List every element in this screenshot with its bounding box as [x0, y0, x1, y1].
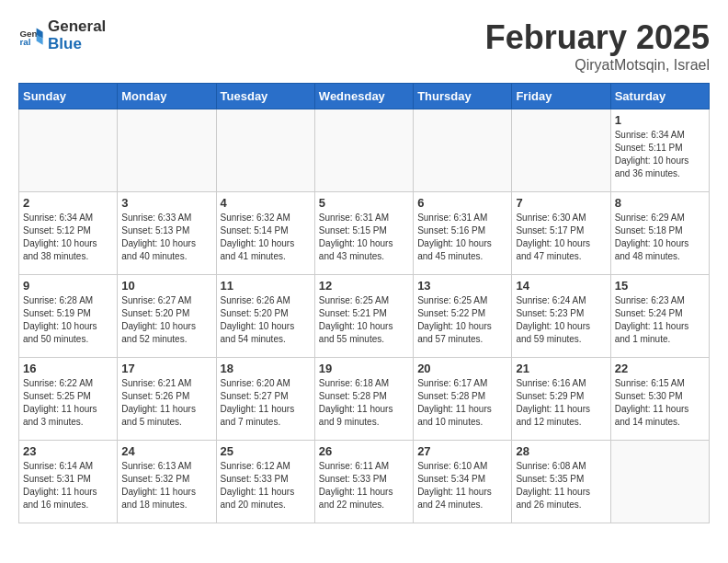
day-info: Sunrise: 6:23 AM Sunset: 5:24 PM Dayligh…	[615, 294, 705, 346]
day-number: 28	[516, 444, 606, 458]
calendar-cell	[610, 441, 709, 523]
calendar-cell: 12Sunrise: 6:25 AM Sunset: 5:21 PM Dayli…	[314, 275, 413, 358]
calendar-cell: 21Sunrise: 6:16 AM Sunset: 5:29 PM Dayli…	[512, 358, 610, 441]
logo-icon: Gene ral	[18, 23, 44, 49]
calendar-week-1: 2Sunrise: 6:34 AM Sunset: 5:12 PM Daylig…	[19, 192, 710, 275]
calendar-cell: 18Sunrise: 6:20 AM Sunset: 5:27 PM Dayli…	[216, 358, 314, 441]
day-info: Sunrise: 6:27 AM Sunset: 5:20 PM Dayligh…	[121, 294, 211, 346]
day-info: Sunrise: 6:25 AM Sunset: 5:21 PM Dayligh…	[319, 294, 409, 346]
header-saturday: Saturday	[610, 84, 709, 109]
day-number: 17	[121, 362, 211, 375]
calendar-cell: 27Sunrise: 6:10 AM Sunset: 5:34 PM Dayli…	[414, 441, 512, 523]
day-number: 5	[319, 196, 409, 210]
calendar-cell: 11Sunrise: 6:26 AM Sunset: 5:20 PM Dayli…	[216, 275, 314, 358]
day-number: 4	[221, 196, 311, 210]
day-number: 11	[221, 279, 311, 293]
logo-general: General	[48, 18, 106, 36]
day-number: 20	[417, 362, 507, 375]
calendar-cell	[216, 109, 314, 192]
day-info: Sunrise: 6:31 AM Sunset: 5:16 PM Dayligh…	[417, 212, 507, 263]
day-number: 18	[221, 362, 311, 375]
page-header: Gene ral General Blue February 2025 Qiry…	[18, 18, 710, 74]
day-info: Sunrise: 6:16 AM Sunset: 5:29 PM Dayligh…	[516, 377, 606, 429]
calendar-cell	[118, 109, 216, 192]
calendar-cell: 1Sunrise: 6:34 AM Sunset: 5:11 PM Daylig…	[610, 109, 709, 192]
logo: Gene ral General Blue	[18, 18, 106, 52]
calendar-cell	[414, 109, 512, 192]
calendar-cell	[314, 109, 413, 192]
calendar-cell: 19Sunrise: 6:18 AM Sunset: 5:28 PM Dayli…	[314, 358, 413, 441]
header-friday: Friday	[512, 84, 610, 109]
day-number: 26	[319, 444, 409, 458]
header-thursday: Thursday	[414, 84, 512, 109]
logo-blue: Blue	[48, 36, 106, 53]
calendar-week-0: 1Sunrise: 6:34 AM Sunset: 5:11 PM Daylig…	[19, 109, 710, 192]
day-number: 21	[516, 362, 606, 375]
calendar-cell: 28Sunrise: 6:08 AM Sunset: 5:35 PM Dayli…	[512, 441, 610, 523]
day-info: Sunrise: 6:33 AM Sunset: 5:13 PM Dayligh…	[121, 212, 211, 263]
day-info: Sunrise: 6:22 AM Sunset: 5:25 PM Dayligh…	[23, 377, 113, 429]
calendar-cell: 16Sunrise: 6:22 AM Sunset: 5:25 PM Dayli…	[19, 358, 118, 441]
calendar-week-4: 23Sunrise: 6:14 AM Sunset: 5:31 PM Dayli…	[19, 441, 710, 523]
day-info: Sunrise: 6:32 AM Sunset: 5:14 PM Dayligh…	[221, 212, 311, 263]
calendar-cell: 7Sunrise: 6:30 AM Sunset: 5:17 PM Daylig…	[512, 192, 610, 275]
calendar-week-2: 9Sunrise: 6:28 AM Sunset: 5:19 PM Daylig…	[19, 275, 710, 358]
day-number: 12	[319, 279, 409, 293]
calendar-cell: 6Sunrise: 6:31 AM Sunset: 5:16 PM Daylig…	[414, 192, 512, 275]
day-info: Sunrise: 6:13 AM Sunset: 5:32 PM Dayligh…	[121, 460, 211, 511]
day-number: 13	[417, 279, 507, 293]
calendar-week-3: 16Sunrise: 6:22 AM Sunset: 5:25 PM Dayli…	[19, 358, 710, 441]
calendar-cell: 13Sunrise: 6:25 AM Sunset: 5:22 PM Dayli…	[414, 275, 512, 358]
day-number: 6	[417, 196, 507, 210]
day-info: Sunrise: 6:31 AM Sunset: 5:15 PM Dayligh…	[319, 212, 409, 263]
header-monday: Monday	[118, 84, 216, 109]
header-tuesday: Tuesday	[216, 84, 314, 109]
day-number: 24	[121, 444, 211, 458]
day-number: 10	[121, 279, 211, 293]
calendar-table: Sunday Monday Tuesday Wednesday Thursday…	[18, 83, 710, 523]
day-number: 7	[516, 196, 606, 210]
day-number: 2	[23, 196, 113, 210]
calendar-cell: 8Sunrise: 6:29 AM Sunset: 5:18 PM Daylig…	[610, 192, 709, 275]
day-info: Sunrise: 6:10 AM Sunset: 5:34 PM Dayligh…	[417, 460, 507, 511]
day-number: 8	[615, 196, 705, 210]
day-number: 1	[615, 113, 705, 127]
day-info: Sunrise: 6:25 AM Sunset: 5:22 PM Dayligh…	[417, 294, 507, 346]
day-info: Sunrise: 6:34 AM Sunset: 5:12 PM Dayligh…	[23, 212, 113, 263]
calendar-title: February 2025	[485, 18, 710, 57]
day-number: 22	[615, 362, 705, 375]
day-info: Sunrise: 6:18 AM Sunset: 5:28 PM Dayligh…	[319, 377, 409, 429]
calendar-cell: 20Sunrise: 6:17 AM Sunset: 5:28 PM Dayli…	[414, 358, 512, 441]
day-info: Sunrise: 6:15 AM Sunset: 5:30 PM Dayligh…	[615, 377, 705, 429]
day-number: 16	[23, 362, 113, 375]
calendar-cell: 15Sunrise: 6:23 AM Sunset: 5:24 PM Dayli…	[610, 275, 709, 358]
day-info: Sunrise: 6:29 AM Sunset: 5:18 PM Dayligh…	[615, 212, 705, 263]
calendar-cell: 9Sunrise: 6:28 AM Sunset: 5:19 PM Daylig…	[19, 275, 118, 358]
header-sunday: Sunday	[19, 84, 118, 109]
day-number: 25	[221, 444, 311, 458]
svg-text:ral: ral	[19, 36, 30, 46]
calendar-cell: 5Sunrise: 6:31 AM Sunset: 5:15 PM Daylig…	[314, 192, 413, 275]
calendar-cell: 3Sunrise: 6:33 AM Sunset: 5:13 PM Daylig…	[118, 192, 216, 275]
calendar-cell: 23Sunrise: 6:14 AM Sunset: 5:31 PM Dayli…	[19, 441, 118, 523]
calendar-subtitle: QiryatMotsqin, Israel	[485, 57, 710, 74]
calendar-cell: 17Sunrise: 6:21 AM Sunset: 5:26 PM Dayli…	[118, 358, 216, 441]
calendar-cell: 25Sunrise: 6:12 AM Sunset: 5:33 PM Dayli…	[216, 441, 314, 523]
day-info: Sunrise: 6:21 AM Sunset: 5:26 PM Dayligh…	[121, 377, 211, 429]
day-info: Sunrise: 6:26 AM Sunset: 5:20 PM Dayligh…	[221, 294, 311, 346]
day-number: 27	[417, 444, 507, 458]
calendar-cell: 4Sunrise: 6:32 AM Sunset: 5:14 PM Daylig…	[216, 192, 314, 275]
calendar-cell: 24Sunrise: 6:13 AM Sunset: 5:32 PM Dayli…	[118, 441, 216, 523]
day-info: Sunrise: 6:28 AM Sunset: 5:19 PM Dayligh…	[23, 294, 113, 346]
day-info: Sunrise: 6:14 AM Sunset: 5:31 PM Dayligh…	[23, 460, 113, 511]
calendar-cell: 14Sunrise: 6:24 AM Sunset: 5:23 PM Dayli…	[512, 275, 610, 358]
day-number: 19	[319, 362, 409, 375]
day-info: Sunrise: 6:17 AM Sunset: 5:28 PM Dayligh…	[417, 377, 507, 429]
day-info: Sunrise: 6:34 AM Sunset: 5:11 PM Dayligh…	[615, 129, 705, 180]
day-number: 14	[516, 279, 606, 293]
day-header-row: Sunday Monday Tuesday Wednesday Thursday…	[19, 84, 710, 109]
calendar-cell: 22Sunrise: 6:15 AM Sunset: 5:30 PM Dayli…	[610, 358, 709, 441]
calendar-cell: 10Sunrise: 6:27 AM Sunset: 5:20 PM Dayli…	[118, 275, 216, 358]
day-info: Sunrise: 6:12 AM Sunset: 5:33 PM Dayligh…	[221, 460, 311, 511]
day-number: 9	[23, 279, 113, 293]
